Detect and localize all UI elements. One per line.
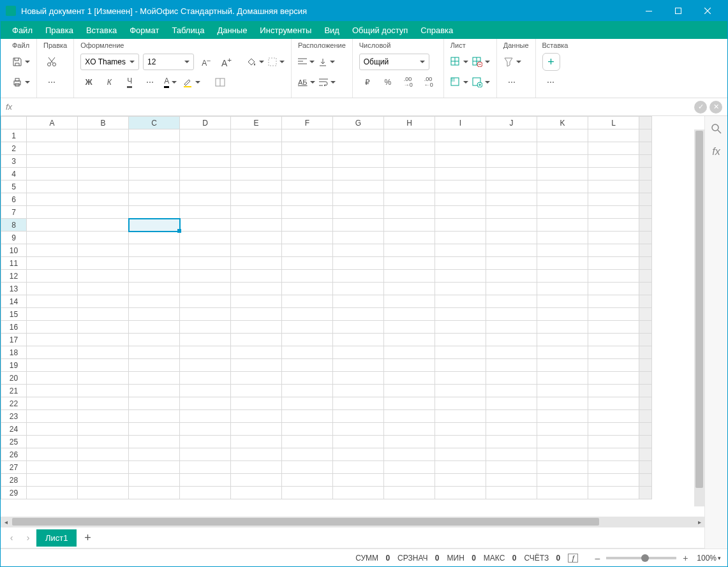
cell-J16[interactable]	[486, 321, 537, 334]
cell-F11[interactable]	[282, 257, 333, 270]
cell-G22[interactable]	[333, 397, 384, 410]
cell-E13[interactable]	[231, 283, 282, 295]
cell-L23[interactable]	[588, 410, 639, 423]
cell-G8[interactable]	[333, 219, 384, 232]
cell-I27[interactable]	[435, 461, 486, 474]
cell-J6[interactable]	[486, 193, 537, 206]
cell-H19[interactable]	[384, 359, 435, 372]
cell-D27[interactable]	[180, 461, 231, 474]
cell-F12[interactable]	[282, 270, 333, 283]
cell-E23[interactable]	[231, 410, 282, 423]
cell-J14[interactable]	[486, 295, 537, 308]
cell-H3[interactable]	[384, 155, 435, 168]
cell-E14[interactable]	[231, 295, 282, 308]
cell-A10[interactable]	[27, 244, 78, 257]
row-header-11[interactable]: 11	[1, 257, 27, 270]
cell-K29[interactable]	[537, 487, 588, 499]
cell-B2[interactable]	[78, 142, 129, 155]
cell-A23[interactable]	[27, 410, 78, 423]
cell-K3[interactable]	[537, 155, 588, 168]
row-header-7[interactable]: 7	[1, 206, 27, 219]
fill-color-dropdown[interactable]	[246, 54, 264, 70]
cell-G20[interactable]	[333, 372, 384, 385]
cell-A26[interactable]	[27, 448, 78, 461]
cell-D10[interactable]	[180, 244, 231, 257]
cell-A5[interactable]	[27, 180, 78, 193]
row-header-9[interactable]: 9	[1, 232, 27, 244]
cell-L14[interactable]	[588, 295, 639, 308]
cell-D22[interactable]	[180, 397, 231, 410]
cell-K27[interactable]	[537, 461, 588, 474]
cell-J8[interactable]	[486, 219, 537, 232]
cell-K28[interactable]	[537, 474, 588, 487]
merge-cells-button[interactable]	[212, 74, 228, 91]
cell-I8[interactable]	[435, 219, 486, 232]
cell-B20[interactable]	[78, 372, 129, 385]
cell-G5[interactable]	[333, 180, 384, 193]
cell-K4[interactable]	[537, 168, 588, 180]
cell-J5[interactable]	[486, 180, 537, 193]
cell-K17[interactable]	[537, 334, 588, 346]
cell-L28[interactable]	[588, 474, 639, 487]
row-header-1[interactable]: 1	[1, 129, 27, 142]
insert-cells-dropdown[interactable]	[450, 54, 468, 70]
cell-C10[interactable]	[129, 244, 180, 257]
align-vertical-dropdown[interactable]	[318, 54, 335, 70]
maximize-button[interactable]	[664, 1, 693, 21]
row-header-23[interactable]: 23	[1, 410, 27, 423]
cell-I18[interactable]	[435, 346, 486, 359]
cell-L18[interactable]	[588, 346, 639, 359]
cell-I15[interactable]	[435, 308, 486, 321]
cell-D8[interactable]	[180, 219, 231, 232]
cell-B8[interactable]	[78, 219, 129, 232]
cell-B22[interactable]	[78, 397, 129, 410]
row-header-15[interactable]: 15	[1, 308, 27, 321]
cell-L16[interactable]	[588, 321, 639, 334]
cell-J24[interactable]	[486, 423, 537, 436]
cell-I26[interactable]	[435, 448, 486, 461]
cell-F7[interactable]	[282, 206, 333, 219]
minimize-button[interactable]	[634, 1, 664, 21]
cell-J20[interactable]	[486, 372, 537, 385]
cell-F1[interactable]	[282, 129, 333, 142]
column-header-C[interactable]: C	[129, 117, 180, 129]
borders-dropdown[interactable]	[268, 54, 285, 70]
cell-H5[interactable]	[384, 180, 435, 193]
cell-H23[interactable]	[384, 410, 435, 423]
row-header-22[interactable]: 22	[1, 397, 27, 410]
cell-C6[interactable]	[129, 193, 180, 206]
cell-K1[interactable]	[537, 129, 588, 142]
cell-D21[interactable]	[180, 385, 231, 397]
row-header-20[interactable]: 20	[1, 372, 27, 385]
save-dropdown[interactable]	[12, 54, 30, 70]
cell-J18[interactable]	[486, 346, 537, 359]
cell-K11[interactable]	[537, 257, 588, 270]
cell-F26[interactable]	[282, 448, 333, 461]
cell-G7[interactable]	[333, 206, 384, 219]
close-button[interactable]	[693, 1, 722, 21]
cell-K26[interactable]	[537, 448, 588, 461]
cell-H24[interactable]	[384, 423, 435, 436]
font-decrease-button[interactable]: A–	[198, 54, 214, 70]
delete-cells-dropdown[interactable]	[472, 54, 490, 70]
row-header-18[interactable]: 18	[1, 346, 27, 359]
menu-insert[interactable]: Вставка	[80, 23, 123, 38]
row-header-2[interactable]: 2	[1, 142, 27, 155]
cell-J9[interactable]	[486, 232, 537, 244]
cell-A17[interactable]	[27, 334, 78, 346]
cell-A14[interactable]	[27, 295, 78, 308]
cell-D7[interactable]	[180, 206, 231, 219]
cell-C12[interactable]	[129, 270, 180, 283]
cell-I29[interactable]	[435, 487, 486, 499]
cell-B16[interactable]	[78, 321, 129, 334]
group-dropdown[interactable]	[472, 74, 490, 91]
more-font-button[interactable]: ⋯	[142, 74, 158, 91]
cell-G16[interactable]	[333, 321, 384, 334]
cell-D15[interactable]	[180, 308, 231, 321]
formula-input[interactable]	[19, 100, 694, 114]
cell-F10[interactable]	[282, 244, 333, 257]
cell-A2[interactable]	[27, 142, 78, 155]
cell-D24[interactable]	[180, 423, 231, 436]
cell-B24[interactable]	[78, 423, 129, 436]
cell-D2[interactable]	[180, 142, 231, 155]
